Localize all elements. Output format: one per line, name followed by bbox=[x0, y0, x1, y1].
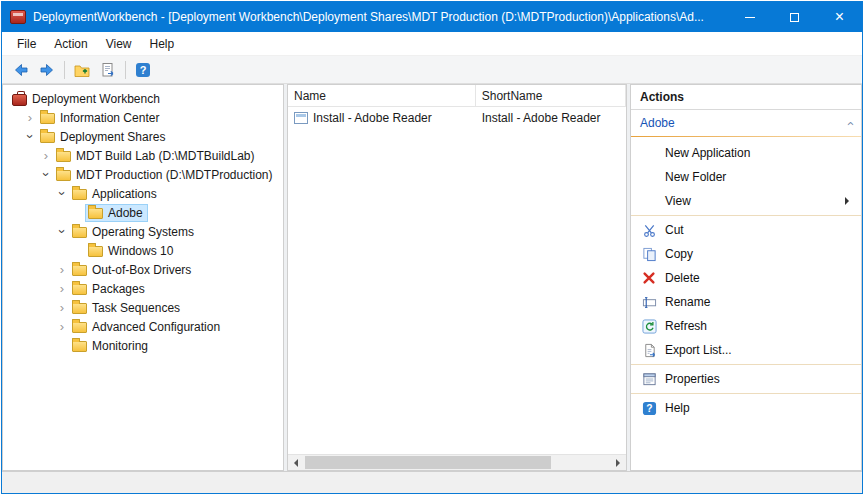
tree-item-deployment-workbench[interactable]: Deployment Workbench bbox=[3, 89, 283, 108]
app-icon bbox=[10, 10, 26, 24]
action-new-application[interactable]: New Application bbox=[631, 141, 861, 165]
toolbar-separator bbox=[64, 61, 65, 79]
tree-item-label: Applications bbox=[92, 187, 157, 201]
refresh-icon bbox=[642, 319, 657, 334]
scroll-right-button[interactable] bbox=[610, 455, 626, 470]
content-area: Deployment Workbench › Information Cente… bbox=[2, 84, 862, 471]
tree-item-label: MDT Build Lab (D:\MDTBuildLab) bbox=[76, 149, 255, 163]
console-tree-pane: Deployment Workbench › Information Cente… bbox=[2, 84, 284, 471]
menu-bar: File Action View Help bbox=[2, 32, 862, 56]
help-button[interactable]: ? bbox=[130, 58, 156, 82]
menu-file[interactable]: File bbox=[8, 33, 45, 55]
tree-item-label: Operating Systems bbox=[92, 225, 194, 239]
expander-expanded-icon[interactable]: › bbox=[56, 187, 69, 201]
up-one-level-button[interactable] bbox=[69, 58, 95, 82]
expander-collapsed-icon[interactable]: › bbox=[55, 282, 69, 295]
tree-item-mdt-production[interactable]: › MDT Production (D:\MDTProduction) bbox=[3, 165, 283, 184]
application-icon bbox=[294, 112, 308, 124]
tree-item-label: Packages bbox=[92, 282, 145, 296]
help-icon: ? bbox=[135, 62, 151, 78]
action-refresh[interactable]: Refresh bbox=[631, 314, 861, 338]
menu-help[interactable]: Help bbox=[141, 33, 184, 55]
action-new-folder[interactable]: New Folder bbox=[631, 165, 861, 189]
minimize-button[interactable] bbox=[727, 2, 772, 32]
deployment-workbench-icon bbox=[12, 94, 27, 106]
tree-item-label: Task Sequences bbox=[92, 301, 180, 315]
action-properties[interactable]: Properties bbox=[631, 367, 861, 391]
action-view[interactable]: View bbox=[631, 189, 861, 213]
title-bar[interactable]: DeploymentWorkbench - [Deployment Workbe… bbox=[2, 2, 862, 32]
maximize-button[interactable] bbox=[772, 2, 817, 32]
folder-icon bbox=[72, 189, 87, 200]
tree-item-adobe[interactable]: › Adobe bbox=[3, 203, 283, 222]
action-export-list[interactable]: Export List... bbox=[631, 338, 861, 362]
folder-icon bbox=[72, 341, 87, 352]
list-item-shortname: Install - Adobe Reader bbox=[476, 107, 626, 128]
tree-item-packages[interactable]: › Packages bbox=[3, 279, 283, 298]
folder-icon bbox=[72, 284, 87, 295]
tree-item-monitoring[interactable]: › Monitoring bbox=[3, 336, 283, 355]
tree-item-applications[interactable]: › Applications bbox=[3, 184, 283, 203]
expander-expanded-icon[interactable]: › bbox=[56, 225, 69, 239]
tree-item-information-center[interactable]: › Information Center bbox=[3, 108, 283, 127]
folder-icon bbox=[72, 265, 87, 276]
folder-icon bbox=[72, 303, 87, 314]
action-rename[interactable]: Rename bbox=[631, 290, 861, 314]
column-header-name[interactable]: Name bbox=[288, 85, 476, 106]
folder-icon bbox=[88, 246, 103, 257]
selected-tree-node[interactable]: Adobe bbox=[85, 204, 148, 222]
close-button[interactable]: × bbox=[817, 2, 862, 32]
up-one-level-icon bbox=[74, 62, 90, 78]
tree-item-out-of-box-drivers[interactable]: › Out-of-Box Drivers bbox=[3, 260, 283, 279]
expander-collapsed-icon[interactable]: › bbox=[55, 301, 69, 314]
export-list-icon bbox=[642, 343, 657, 358]
scrollbar-thumb[interactable] bbox=[305, 456, 551, 469]
list-item-name: Install - Adobe Reader bbox=[313, 111, 432, 125]
column-header-shortname[interactable]: ShortName bbox=[476, 85, 626, 106]
menu-action[interactable]: Action bbox=[45, 33, 96, 55]
tree-item-operating-systems[interactable]: › Operating Systems bbox=[3, 222, 283, 241]
tree-item-task-sequences[interactable]: › Task Sequences bbox=[3, 298, 283, 317]
expander-collapsed-icon[interactable]: › bbox=[55, 320, 69, 333]
horizontal-scrollbar[interactable] bbox=[288, 454, 626, 470]
folder-icon bbox=[56, 170, 71, 181]
icon-spacer bbox=[641, 193, 657, 209]
maximize-icon bbox=[790, 13, 799, 22]
tree-item-label: Information Center bbox=[60, 111, 159, 125]
action-cut[interactable]: Cut bbox=[631, 218, 861, 242]
tree-item-label: Advanced Configuration bbox=[92, 320, 220, 334]
rename-icon bbox=[642, 295, 657, 310]
action-delete[interactable]: Delete bbox=[631, 266, 861, 290]
tree-item-windows-10[interactable]: › Windows 10 bbox=[3, 241, 283, 260]
submenu-arrow-icon bbox=[845, 197, 849, 205]
menu-view[interactable]: View bbox=[97, 33, 141, 55]
export-list-button[interactable] bbox=[95, 58, 121, 82]
collapse-group-icon[interactable]: › bbox=[842, 121, 855, 125]
actions-group-adobe[interactable]: Adobe › bbox=[631, 110, 861, 136]
expander-collapsed-icon[interactable]: › bbox=[23, 111, 37, 124]
folder-icon bbox=[72, 227, 87, 238]
tree-item-label: Monitoring bbox=[92, 339, 148, 353]
export-list-icon bbox=[100, 62, 116, 78]
tree-item-label: Adobe bbox=[108, 206, 143, 220]
tree-item-label: MDT Production (D:\MDTProduction) bbox=[76, 168, 273, 182]
expander-expanded-icon[interactable]: › bbox=[24, 130, 37, 144]
toolbar: ? bbox=[2, 56, 862, 84]
action-help[interactable]: ? Help bbox=[631, 396, 861, 420]
actions-separator bbox=[631, 215, 861, 216]
tree-item-advanced-configuration[interactable]: › Advanced Configuration bbox=[3, 317, 283, 336]
list-item-install-adobe-reader[interactable]: Install - Adobe Reader Install - Adobe R… bbox=[288, 107, 626, 128]
forward-button[interactable] bbox=[34, 58, 60, 82]
expander-collapsed-icon[interactable]: › bbox=[39, 149, 53, 162]
tree-item-mdt-build-lab[interactable]: › MDT Build Lab (D:\MDTBuildLab) bbox=[3, 146, 283, 165]
back-button[interactable] bbox=[8, 58, 34, 82]
tree-item-label: Windows 10 bbox=[108, 244, 173, 258]
tree-item-label: Out-of-Box Drivers bbox=[92, 263, 191, 277]
scroll-left-button[interactable] bbox=[288, 455, 304, 470]
expander-expanded-icon[interactable]: › bbox=[40, 168, 53, 182]
tree-item-deployment-shares[interactable]: › Deployment Shares bbox=[3, 127, 283, 146]
delete-icon bbox=[642, 271, 656, 285]
action-copy[interactable]: Copy bbox=[631, 242, 861, 266]
expander-collapsed-icon[interactable]: › bbox=[55, 263, 69, 276]
tree-item-label: Deployment Shares bbox=[60, 130, 165, 144]
